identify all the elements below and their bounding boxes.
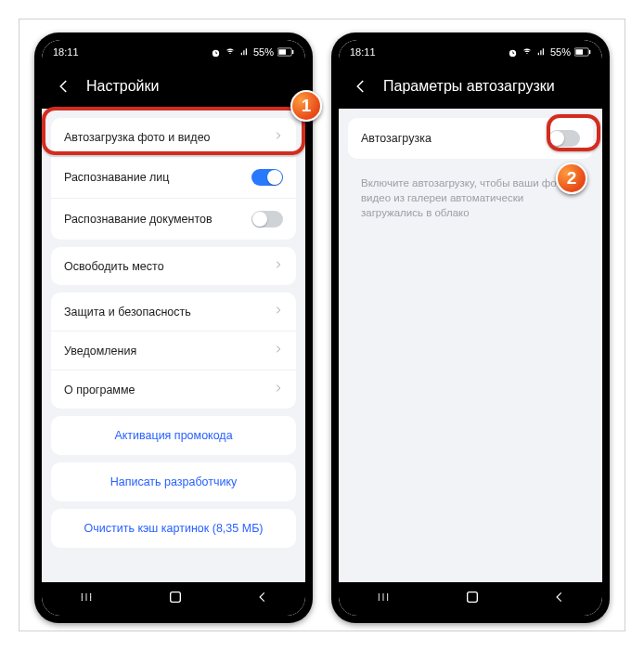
row-autoupload-main[interactable]: Автозагрузка — [348, 118, 593, 159]
chevron-right-icon — [274, 130, 283, 144]
nav-recent[interactable] — [78, 591, 95, 607]
wifi-icon — [522, 47, 533, 57]
signal-icon — [536, 47, 547, 57]
chevron-right-icon — [274, 259, 283, 273]
row-label: Распознавание документов — [64, 213, 213, 226]
page-title: Настройки — [86, 78, 159, 95]
alarm-icon — [508, 47, 518, 58]
row-label: Распознавание лиц — [64, 171, 170, 184]
chevron-right-icon — [274, 344, 283, 358]
row-label: Автозагрузка фото и видео — [64, 131, 211, 144]
row-about[interactable]: О программе — [51, 370, 296, 409]
wifi-icon — [225, 47, 236, 57]
status-bar: 18:11 55% — [42, 40, 305, 64]
phone-left: 18:11 55% Настройки Автозагру — [34, 32, 313, 623]
toggle-docs[interactable] — [251, 211, 283, 228]
chevron-right-icon — [274, 383, 283, 396]
nav-bar — [42, 582, 305, 616]
row-doc-recognition[interactable]: Распознавание документов — [51, 198, 296, 240]
arrow-left-icon — [56, 78, 72, 95]
nav-recent[interactable] — [375, 591, 392, 607]
link-write-dev[interactable]: Написать разработчику — [51, 462, 296, 501]
app-bar: Настройки — [42, 64, 305, 109]
arrow-left-icon — [353, 78, 369, 95]
phone-right: 18:11 55% Параметры автозагрузки — [331, 32, 610, 623]
row-label: Автозагрузка — [361, 132, 431, 145]
battery-icon — [277, 47, 294, 57]
row-label: Освободить место — [64, 260, 164, 273]
toggle-face[interactable] — [251, 169, 283, 186]
battery-icon — [574, 47, 591, 57]
row-autoupload[interactable]: Автозагрузка фото и видео — [51, 118, 296, 156]
row-notifications[interactable]: Уведомления — [51, 331, 296, 370]
row-label: О программе — [64, 384, 135, 396]
row-face-recognition[interactable]: Распознавание лиц — [51, 156, 296, 198]
row-security[interactable]: Защита и безопасность — [51, 292, 296, 331]
app-bar: Параметры автозагрузки — [339, 64, 602, 109]
status-battery: 55% — [550, 46, 571, 58]
nav-back[interactable] — [553, 591, 566, 607]
status-time: 18:11 — [350, 46, 376, 58]
back-button[interactable] — [55, 77, 73, 96]
svg-rect-3 — [171, 592, 181, 603]
row-label: Защита и безопасность — [64, 306, 191, 318]
svg-rect-2 — [292, 50, 293, 54]
chevron-right-icon — [274, 305, 283, 318]
link-clear-cache[interactable]: Очистить кэш картинок (8,35 МБ) — [51, 509, 296, 548]
status-battery: 55% — [253, 46, 274, 58]
link-promo[interactable]: Активация промокода — [51, 416, 296, 455]
badge-2: 2 — [556, 162, 587, 194]
row-free-space[interactable]: Освободить место — [51, 247, 296, 285]
badge-1: 1 — [290, 90, 322, 122]
back-button[interactable] — [352, 77, 370, 96]
row-label: Уведомления — [64, 344, 136, 358]
alarm-icon — [211, 47, 221, 58]
status-time: 18:11 — [53, 46, 79, 58]
nav-home[interactable] — [465, 590, 480, 608]
svg-rect-7 — [468, 592, 478, 603]
page-title: Параметры автозагрузки — [383, 78, 555, 95]
svg-rect-5 — [575, 49, 583, 55]
status-bar: 18:11 55% — [339, 40, 602, 64]
svg-rect-1 — [278, 49, 286, 55]
nav-bar — [339, 582, 602, 616]
toggle-autoupload[interactable] — [548, 130, 580, 147]
signal-icon — [239, 47, 250, 57]
svg-rect-6 — [589, 50, 590, 54]
nav-back[interactable] — [256, 591, 269, 607]
nav-home[interactable] — [168, 590, 183, 608]
